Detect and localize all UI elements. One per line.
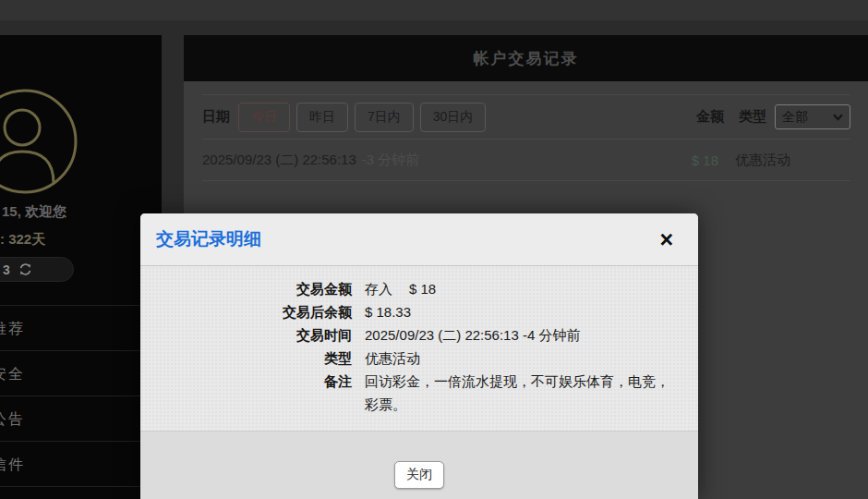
field-value: 2025/09/23 (二) 22:56:13 -4 分钟前 (365, 323, 698, 347)
field-label: 交易时间 (140, 323, 365, 347)
sidebar-item-announcement[interactable]: 公告 (0, 396, 162, 442)
balance-refresh-pill[interactable]: 3 (0, 257, 74, 282)
filter-row: 日期 今日 昨日 7日内 30日内 金额 类型 全部 (202, 95, 850, 140)
user-avatar-icon (0, 87, 79, 196)
modal-body: 交易金额 存入 $ 18 交易后余额 $ 18.33 交易时间 2025/09/… (140, 266, 698, 431)
detail-row-type: 类型 优惠活动 (140, 347, 698, 370)
page-title: 帐户交易记录 (474, 48, 579, 69)
detail-row-amount: 交易金额 存入 $ 18 (140, 277, 698, 300)
sidebar: 15, 欢迎您 : 322天 3 推荐 安全 公告 信件 专区 (0, 35, 162, 499)
sidebar-item-label: 推荐 (0, 306, 25, 351)
filter-today-button[interactable]: 今日 (238, 103, 290, 132)
field-label: 类型 (140, 347, 365, 370)
amount-column-label: 金额 (696, 108, 724, 126)
sidebar-item-label: 专区 (0, 487, 25, 499)
close-button[interactable]: 关闭 (394, 461, 444, 489)
detail-row-remark: 备注 回访彩金，一倍流水提现，不可娱乐体育，电竞，彩票。 (140, 370, 698, 416)
sidebar-item-label: 安全 (0, 351, 25, 396)
field-label: 交易金额 (140, 277, 365, 300)
modal-header: 交易记录明细 × (140, 213, 698, 266)
field-value: 存入 $ 18 (365, 277, 698, 300)
transaction-relative-time: -3 分钟前 (362, 152, 420, 169)
deposit-direction: 存入 (365, 277, 392, 300)
transaction-detail-modal: 交易记录明细 × 交易金额 存入 $ 18 交易后余额 $ 18.33 交易时间… (140, 213, 698, 499)
screen: 15, 欢迎您 : 322天 3 推荐 安全 公告 信件 专区 帐户交易记录 日… (0, 0, 868, 499)
welcome-text: 15, 欢迎您 (2, 203, 66, 221)
type-filter-label: 类型 (739, 108, 766, 126)
detail-row-balance: 交易后余额 $ 18.33 (140, 300, 698, 323)
field-value: 优惠活动 (365, 347, 698, 370)
field-value: $ 18.33 (365, 300, 698, 323)
transaction-row[interactable]: 2025/09/23 (二) 22:56:13 -3 分钟前 $ 18 优惠活动 (202, 140, 850, 181)
transaction-type: 优惠活动 (735, 152, 790, 169)
sidebar-menu: 推荐 安全 公告 信件 专区 (0, 305, 162, 499)
modal-title: 交易记录明细 (156, 227, 659, 251)
sidebar-item-label: 公告 (0, 396, 25, 442)
refresh-icon[interactable] (18, 262, 33, 277)
deposit-amount: $ 18 (409, 277, 436, 300)
sidebar-item-mail[interactable]: 信件 (0, 442, 162, 487)
transaction-amount: $ 18 (692, 152, 718, 168)
main-header: 帐户交易记录 (184, 35, 868, 81)
sidebar-item-security[interactable]: 安全 (0, 351, 162, 396)
field-value: 回访彩金，一倍流水提现，不可娱乐体育，电竞，彩票。 (365, 370, 698, 416)
field-label: 交易后余额 (140, 300, 365, 323)
modal-footer: 关闭 (140, 431, 698, 499)
window-topbar (0, 0, 868, 20)
filter-30days-button[interactable]: 30日内 (420, 103, 487, 132)
filter-yesterday-button[interactable]: 昨日 (296, 103, 348, 132)
balance-fragment: 3 (3, 262, 10, 277)
close-icon[interactable]: × (659, 228, 673, 251)
type-select-value: 全部 (782, 109, 808, 126)
transaction-datetime: 2025/09/23 (二) 22:56:13 (202, 152, 356, 169)
membership-days: : 322天 (0, 231, 45, 249)
sidebar-item-label: 信件 (0, 442, 25, 487)
detail-row-time: 交易时间 2025/09/23 (二) 22:56:13 -4 分钟前 (140, 323, 698, 347)
field-label: 备注 (140, 370, 365, 416)
sidebar-item-zone[interactable]: 专区 (0, 487, 162, 499)
sidebar-item-recommend[interactable]: 推荐 (0, 306, 162, 351)
date-filter-label: 日期 (202, 108, 230, 126)
chevron-down-icon (833, 114, 843, 121)
type-select[interactable]: 全部 (775, 104, 850, 129)
filter-7days-button[interactable]: 7日内 (355, 103, 414, 132)
